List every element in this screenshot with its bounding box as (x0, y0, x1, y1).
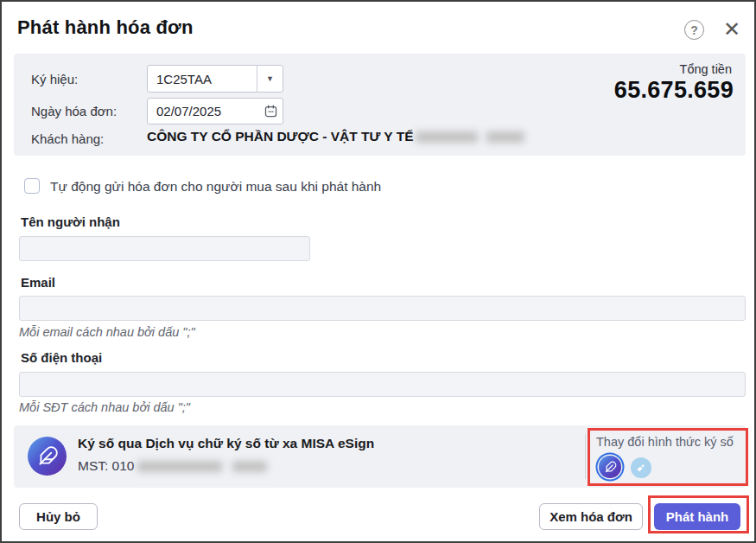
dialog-title: Phát hành hóa đơn (17, 16, 194, 39)
help-icon[interactable]: ? (684, 20, 704, 40)
auto-send-checkbox-label: Tự động gửi hóa đơn cho người mua sau kh… (50, 179, 381, 195)
view-invoice-button[interactable]: Xem hóa đơn (539, 503, 643, 530)
total-amount-label: Tổng tiền (680, 62, 732, 76)
sign-method-esign-icon[interactable] (599, 456, 621, 478)
serial-select[interactable]: 1C25TAA ▼ (147, 65, 283, 93)
esign-mst: MST: 010 (78, 458, 267, 474)
customer-name: CÔNG TY CỔ PHẦN DƯỢC - VẬT TƯ Y TẾ (147, 129, 524, 144)
email-hint: Mỗi email cách nhau bởi dấu ";" (19, 325, 195, 339)
phone-label: Số điện thoại (21, 350, 102, 365)
invoice-date-input[interactable]: 02/07/2025 (147, 98, 283, 125)
esign-title: Ký số qua Dịch vụ chữ ký số từ xa MISA e… (78, 436, 374, 451)
calendar-icon[interactable] (258, 104, 283, 118)
publish-button[interactable]: Phát hành (654, 503, 740, 530)
redacted-text (232, 461, 267, 472)
recipient-name-label: Tên người nhận (21, 214, 120, 229)
auto-send-checkbox[interactable] (24, 178, 40, 194)
recipient-name-input[interactable] (19, 236, 310, 261)
total-amount-value: 65.675.659 (614, 77, 734, 104)
change-sign-method-label: Thay đổi hình thức ký số (596, 435, 734, 449)
cancel-button[interactable]: Hủy bỏ (19, 503, 98, 530)
issue-invoice-dialog: Phát hành hóa đơn ? ✕ Ký hiệu: 1C25TAA ▼… (0, 0, 756, 543)
chevron-down-icon[interactable]: ▼ (257, 66, 283, 92)
invoice-summary-panel: Ký hiệu: 1C25TAA ▼ Ngày hóa đơn: 02/07/2… (14, 54, 746, 156)
customer-label: Khách hàng: (31, 131, 104, 146)
serial-value: 1C25TAA (148, 72, 257, 86)
email-input[interactable] (19, 296, 746, 321)
esign-feather-icon (28, 437, 67, 476)
esign-panel: Ký số qua Dịch vụ chữ ký số từ xa MISA e… (14, 425, 746, 488)
serial-label: Ký hiệu: (31, 72, 78, 86)
divider (585, 434, 586, 479)
close-icon[interactable]: ✕ (721, 18, 743, 41)
redacted-text (137, 461, 222, 472)
invoice-date-label: Ngày hóa đơn: (31, 104, 117, 118)
redacted-text (486, 131, 524, 143)
invoice-date-value: 02/07/2025 (148, 104, 258, 118)
sign-method-usb-token-icon[interactable] (631, 457, 651, 478)
redacted-text (416, 131, 478, 143)
phone-hint: Mỗi SĐT cách nhau bởi dấu ";" (19, 400, 190, 414)
email-label: Email (21, 275, 55, 290)
phone-input[interactable] (19, 372, 746, 397)
